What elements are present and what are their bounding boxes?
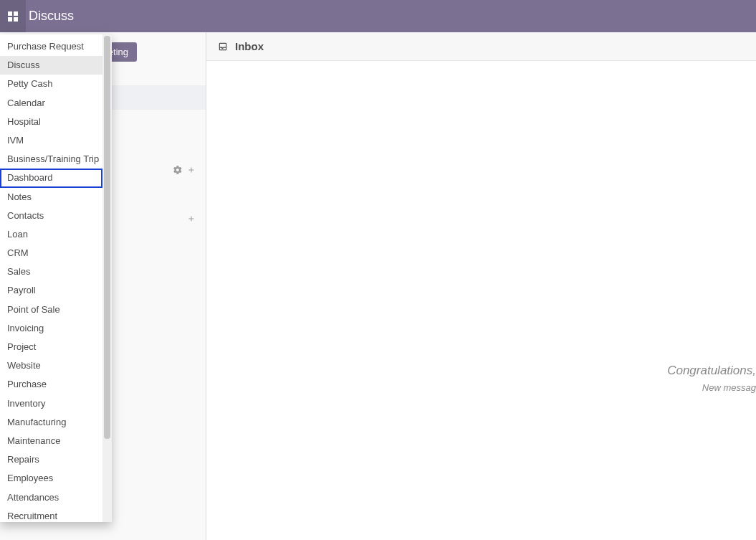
app-menu-item[interactable]: Inventory [0, 394, 102, 413]
app-menu-item[interactable]: Dashboard [0, 169, 102, 187]
app-menu-item[interactable]: Point of Sale [0, 300, 102, 319]
page-title: Discuss [29, 9, 74, 24]
app-menu-item[interactable]: CRM [0, 244, 102, 262]
app-menu-item[interactable]: Calendar [0, 94, 102, 113]
topbar: Discuss [0, 0, 756, 32]
main-area: Inbox Congratulations, New messag [206, 32, 756, 540]
app-menu-item[interactable]: Purchase [0, 375, 102, 394]
app-menu-item[interactable]: Loan [0, 225, 102, 244]
app-menu-item[interactable]: Business/Training Trip [0, 150, 102, 169]
plus-icon[interactable] [187, 166, 196, 174]
apps-icon [7, 11, 19, 22]
svg-rect-1 [14, 11, 18, 16]
plus-icon[interactable] [187, 214, 196, 223]
app-menu-item[interactable]: Notes [0, 188, 102, 207]
svg-rect-0 [8, 11, 12, 16]
app-menu-item[interactable]: Attendances [0, 488, 102, 507]
app-menu-item[interactable]: Hospital [0, 113, 102, 131]
svg-rect-2 [8, 17, 12, 22]
inbox-title: Inbox [235, 40, 264, 52]
app-menu-item[interactable]: Maintenance [0, 432, 102, 450]
app-menu-item[interactable]: Petty Cash [0, 75, 102, 93]
app-menu-item[interactable]: Recruitment [0, 507, 102, 522]
empty-subtext: New messag [667, 382, 756, 393]
empty-state: Congratulations, New messag [667, 364, 756, 393]
main-header: Inbox [206, 32, 756, 61]
apps-dropdown-list: Purchase RequestDiscussPetty CashCalenda… [0, 34, 102, 522]
dropdown-scrollbar[interactable] [102, 34, 112, 522]
apps-dropdown: Purchase RequestDiscussPetty CashCalenda… [0, 34, 112, 522]
app-menu-item[interactable]: Payroll [0, 281, 102, 300]
inbox-icon [218, 42, 228, 52]
app-menu-item[interactable]: Contacts [0, 207, 102, 225]
app-menu-item[interactable]: Website [0, 356, 102, 375]
svg-rect-3 [14, 17, 18, 22]
gear-icon[interactable] [173, 165, 183, 175]
app-menu-item[interactable]: Purchase Request [0, 37, 102, 56]
apps-menu-button[interactable] [0, 0, 26, 32]
app-menu-item[interactable]: Manufacturing [0, 413, 102, 432]
app-menu-item[interactable]: Discuss [0, 56, 102, 75]
app-menu-item[interactable]: Sales [0, 262, 102, 281]
app-menu-item[interactable]: Repairs [0, 450, 102, 469]
empty-heading: Congratulations, [667, 364, 756, 378]
main-body: Congratulations, New messag [206, 61, 756, 540]
app-menu-item[interactable]: IVM [0, 131, 102, 150]
app-menu-item[interactable]: Invoicing [0, 319, 102, 338]
app-menu-item[interactable]: Project [0, 338, 102, 356]
content-layout: eting Inbox Congratu [0, 32, 756, 540]
app-menu-item[interactable]: Employees [0, 469, 102, 488]
scrollbar-thumb[interactable] [104, 36, 110, 439]
